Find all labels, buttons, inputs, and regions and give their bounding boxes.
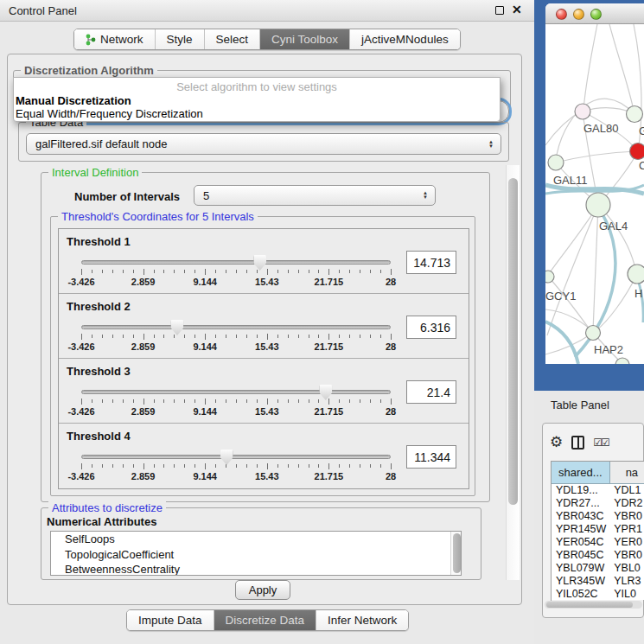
- tab-impute-data[interactable]: Impute Data: [127, 610, 214, 630]
- attribute-list-item[interactable]: BetweennessCentrality: [51, 562, 461, 576]
- float-window-icon[interactable]: [495, 6, 504, 15]
- tab-cyni-toolbox[interactable]: Cyni Toolbox: [260, 29, 350, 49]
- tab-discretize-data[interactable]: Discretize Data: [214, 610, 317, 630]
- table-cell[interactable]: YPR1: [609, 522, 644, 535]
- table-cell[interactable]: YER0: [609, 535, 644, 548]
- network-window-titlebar[interactable]: [545, 3, 644, 24]
- minimize-traffic-light-icon[interactable]: [573, 9, 584, 20]
- table-row[interactable]: YBR045CYBR0: [552, 548, 644, 561]
- dropdown-item-manual-discretization[interactable]: Manual Discretization: [16, 94, 496, 107]
- tab-style[interactable]: Style: [156, 29, 205, 49]
- group-title: Threshold's Coordinates for 5 Intervals: [58, 210, 258, 223]
- network-node[interactable]: [628, 265, 644, 284]
- slider-axis-labels: -3.4262.8599.14415.4321.71528: [81, 277, 391, 287]
- panel-scrollbar[interactable]: [506, 165, 520, 580]
- gear-icon[interactable]: ⚙: [550, 436, 563, 450]
- table-row[interactable]: YBL079WYBL0: [552, 561, 644, 574]
- scrollbar-thumb[interactable]: [546, 602, 633, 608]
- attribute-list-item[interactable]: TopologicalCoefficient: [51, 547, 461, 563]
- table-data-combobox[interactable]: galFiltered.sif default node ▲▼: [26, 133, 501, 155]
- threshold-row: Threshold 1-3.4262.8599.14415.4321.71528…: [59, 229, 469, 294]
- slider-ticks: [81, 463, 391, 469]
- number-of-intervals-combobox[interactable]: 5 ▲▼: [194, 185, 436, 206]
- control-panel-tabs: Network Style Select Cyni Toolbox jActiv…: [73, 29, 461, 50]
- scrollbar-thumb[interactable]: [453, 533, 461, 573]
- network-window: GAL80GACGAL11GAL4GCY1HHAP2: [545, 3, 644, 364]
- close-icon[interactable]: ✕: [512, 3, 522, 16]
- group-title: Attributes to discretize: [48, 501, 166, 514]
- table-row[interactable]: YER054CYER0: [552, 535, 644, 548]
- table-cell[interactable]: YBR043C: [552, 509, 609, 522]
- table-column-header[interactable]: na: [609, 462, 644, 483]
- slider-ticks: [81, 269, 391, 275]
- table-cell[interactable]: YBL079W: [552, 561, 609, 574]
- threshold-label: Threshold 1: [67, 235, 131, 248]
- close-traffic-light-icon[interactable]: [556, 9, 567, 20]
- table-cell[interactable]: YLR3: [609, 574, 644, 587]
- network-node[interactable]: [548, 155, 564, 170]
- node-label: GCY1: [545, 290, 576, 303]
- numerical-attributes-list[interactable]: SelfLoopsTopologicalCoefficientBetweenne…: [50, 531, 462, 576]
- table-cell[interactable]: YLR345W: [552, 574, 609, 587]
- table-hscrollbar[interactable]: [545, 601, 642, 609]
- table-cell[interactable]: YBR0: [609, 509, 644, 522]
- table-row[interactable]: YLR345WYLR3: [552, 574, 644, 587]
- threshold-slider[interactable]: -3.4262.8599.14415.4321.71528: [81, 255, 391, 290]
- threshold-list: Threshold 1-3.4262.8599.14415.4321.71528…: [58, 228, 469, 489]
- interval-definition-group: Interval Definition Number of Intervals …: [41, 172, 490, 502]
- node-table[interactable]: shared...na YDL19...YDL1YDR27...YDR2YBR0…: [551, 461, 644, 606]
- table-panel: Table Panel ⚙ ☑☑ shared...na YDL19...YDL…: [534, 391, 644, 644]
- dropdown-item-equal-width-frequency[interactable]: Equal Width/Frequency Discretization: [16, 107, 496, 120]
- slider-axis-labels: -3.4262.8599.14415.4321.71528: [81, 341, 391, 352]
- table-row[interactable]: YBR043CYBR0: [552, 509, 644, 522]
- threshold-value-field[interactable]: 14.713: [406, 251, 456, 274]
- table-cell[interactable]: YER054C: [552, 535, 609, 548]
- slider-track[interactable]: [81, 260, 391, 265]
- table-row[interactable]: YDL19...YDL1: [552, 483, 644, 496]
- table-row[interactable]: YPR145WYPR1: [552, 522, 644, 535]
- table-cell[interactable]: YBL0: [609, 561, 644, 574]
- network-node[interactable]: [630, 143, 644, 160]
- slider-track[interactable]: [81, 390, 391, 394]
- scrollbar-thumb[interactable]: [508, 178, 518, 505]
- table-cell[interactable]: YDL19...: [552, 483, 609, 496]
- table-cell[interactable]: YIL0: [609, 587, 644, 600]
- slider-track[interactable]: [81, 325, 391, 329]
- column-selector-icon[interactable]: [571, 436, 584, 450]
- table-cell[interactable]: YDL1: [609, 483, 644, 496]
- network-node[interactable]: [545, 271, 554, 283]
- threshold-value-field[interactable]: 11.344: [406, 445, 456, 469]
- network-node[interactable]: [586, 326, 601, 341]
- tab-select[interactable]: Select: [205, 29, 261, 49]
- threshold-slider[interactable]: -3.4262.8599.14415.4321.71528: [81, 450, 391, 484]
- slider-ticks: [81, 399, 391, 405]
- network-node[interactable]: [627, 106, 643, 123]
- network-node[interactable]: [586, 193, 610, 217]
- threshold-value-field[interactable]: 21.4: [406, 380, 456, 404]
- table-row[interactable]: YIL052CYIL0: [552, 587, 644, 600]
- network-node[interactable]: [575, 104, 590, 119]
- table-cell[interactable]: YDR2: [609, 496, 644, 509]
- tab-infer-network[interactable]: Infer Network: [316, 610, 408, 630]
- slider-track[interactable]: [81, 455, 391, 459]
- tab-jactivemnodules[interactable]: jActiveMNodules: [350, 29, 460, 49]
- tab-network[interactable]: Network: [74, 29, 156, 49]
- select-checkboxes-icon[interactable]: ☑☑: [593, 437, 609, 449]
- network-canvas[interactable]: GAL80GACGAL11GAL4GCY1HHAP2: [545, 24, 644, 364]
- table-column-header[interactable]: shared...: [552, 462, 609, 483]
- table-cell[interactable]: YDR27...: [552, 496, 609, 509]
- table-cell[interactable]: YPR145W: [552, 522, 609, 535]
- apply-button[interactable]: Apply: [235, 580, 290, 600]
- network-view-window: GAL80GACGAL11GAL4GCY1HHAP2: [534, 0, 644, 391]
- threshold-label: Threshold 4: [67, 430, 131, 443]
- threshold-value-field[interactable]: 6.316: [406, 316, 456, 339]
- threshold-slider[interactable]: -3.4262.8599.14415.4321.71528: [81, 385, 391, 419]
- zoom-traffic-light-icon[interactable]: [590, 9, 602, 20]
- attribute-list-item[interactable]: SelfLoops: [51, 532, 461, 547]
- table-cell[interactable]: YIL052C: [552, 587, 609, 600]
- threshold-slider[interactable]: -3.4262.8599.14415.4321.71528: [81, 320, 391, 354]
- table-cell[interactable]: YBR045C: [552, 548, 609, 561]
- table-cell[interactable]: YBR0: [609, 548, 644, 561]
- list-scrollbar[interactable]: [450, 532, 461, 575]
- table-row[interactable]: YDR27...YDR2: [552, 496, 644, 509]
